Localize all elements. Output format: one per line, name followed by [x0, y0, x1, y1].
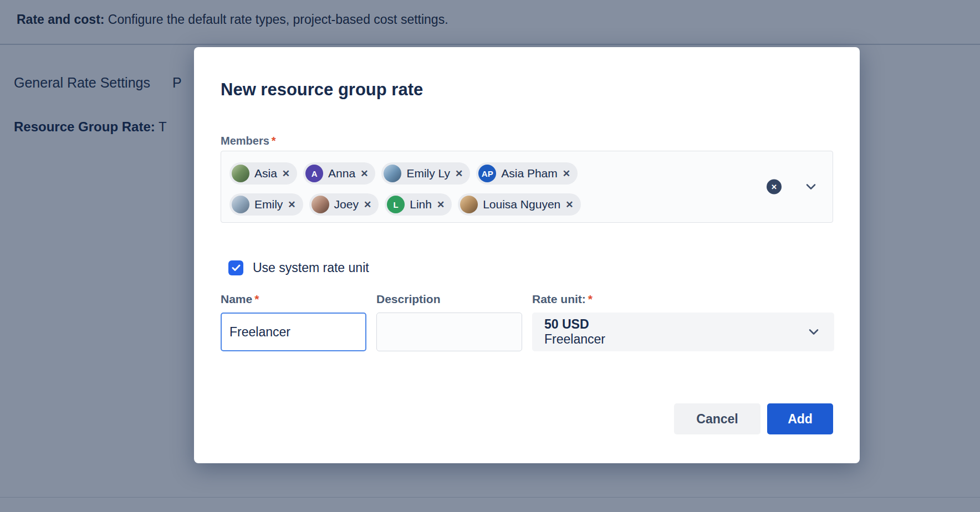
avatar: L: [387, 196, 405, 213]
member-chip: AP Asia Pham ✕: [476, 162, 578, 185]
use-system-rate-label: Use system rate unit: [253, 260, 369, 275]
rate-fields: Name* Description Rate unit:* 50 USD Fre…: [221, 293, 833, 351]
member-name: Anna: [328, 167, 355, 180]
member-chip: Joey ✕: [309, 193, 379, 216]
chevron-down-icon[interactable]: [809, 329, 819, 335]
avatar: [460, 196, 478, 213]
remove-member-icon[interactable]: ✕: [455, 169, 463, 178]
member-chip: Emily ✕: [229, 193, 303, 216]
member-chip: Emily Ly ✕: [381, 162, 470, 185]
chevron-down-icon[interactable]: [806, 184, 816, 190]
name-input[interactable]: [221, 313, 366, 351]
remove-member-icon[interactable]: ✕: [364, 200, 371, 209]
avatar: [312, 196, 329, 213]
rate-unit-label: Rate unit:*: [532, 293, 834, 306]
member-name: Emily Ly: [406, 167, 450, 180]
members-multiselect[interactable]: Asia ✕ A Anna ✕ Emily Ly ✕ AP Asia Pham …: [221, 151, 833, 223]
member-name: Linh: [410, 198, 432, 211]
rate-unit-selected-name: Freelancer: [544, 332, 834, 347]
avatar: [384, 165, 401, 182]
avatar: [232, 196, 249, 213]
remove-member-icon[interactable]: ✕: [563, 169, 570, 178]
remove-member-icon[interactable]: ✕: [282, 169, 290, 178]
remove-member-icon[interactable]: ✕: [437, 200, 445, 209]
member-chip-row: Emily ✕ Joey ✕ L Linh ✕ Louisa Nguyen ✕: [229, 193, 749, 216]
use-system-rate-row: Use system rate unit: [228, 260, 833, 275]
required-marker: *: [588, 293, 593, 305]
member-name: Emily: [254, 198, 283, 211]
member-chip: A Anna ✕: [303, 162, 375, 185]
modal-title: New resource group rate: [221, 79, 833, 100]
member-name: Asia: [254, 167, 277, 180]
rate-unit-select[interactable]: 50 USD Freelancer: [532, 313, 834, 351]
remove-member-icon[interactable]: ✕: [565, 200, 573, 209]
required-marker: *: [254, 293, 259, 305]
description-input[interactable]: [376, 313, 522, 351]
use-system-rate-checkbox[interactable]: [228, 260, 243, 275]
member-chip: Louisa Nguyen ✕: [458, 193, 580, 216]
member-chip: Asia ✕: [229, 162, 297, 185]
avatar: AP: [478, 165, 496, 182]
new-resource-group-rate-modal: New resource group rate Members* Asia ✕ …: [194, 47, 860, 463]
modal-actions: Cancel Add: [221, 403, 833, 434]
members-label: Members*: [221, 134, 833, 147]
member-name: Louisa Nguyen: [483, 198, 560, 211]
remove-member-icon[interactable]: ✕: [360, 169, 368, 178]
required-marker: *: [272, 135, 276, 147]
rate-unit-selected-rate: 50 USD: [544, 317, 834, 332]
remove-member-icon[interactable]: ✕: [288, 200, 295, 209]
cancel-button[interactable]: Cancel: [674, 403, 760, 434]
name-label: Name*: [221, 293, 366, 306]
member-chip-row: Asia ✕ A Anna ✕ Emily Ly ✕ AP Asia Pham …: [229, 162, 749, 185]
member-chip: L Linh ✕: [385, 193, 452, 216]
avatar: [232, 165, 249, 182]
member-chips: Asia ✕ A Anna ✕ Emily Ly ✕ AP Asia Pham …: [229, 162, 749, 216]
add-button[interactable]: Add: [767, 403, 833, 434]
member-name: Joey: [334, 198, 359, 211]
clear-all-members-icon[interactable]: ✕: [767, 180, 782, 194]
member-name: Asia Pham: [501, 167, 558, 180]
avatar: A: [305, 165, 323, 182]
description-label: Description: [376, 293, 522, 306]
